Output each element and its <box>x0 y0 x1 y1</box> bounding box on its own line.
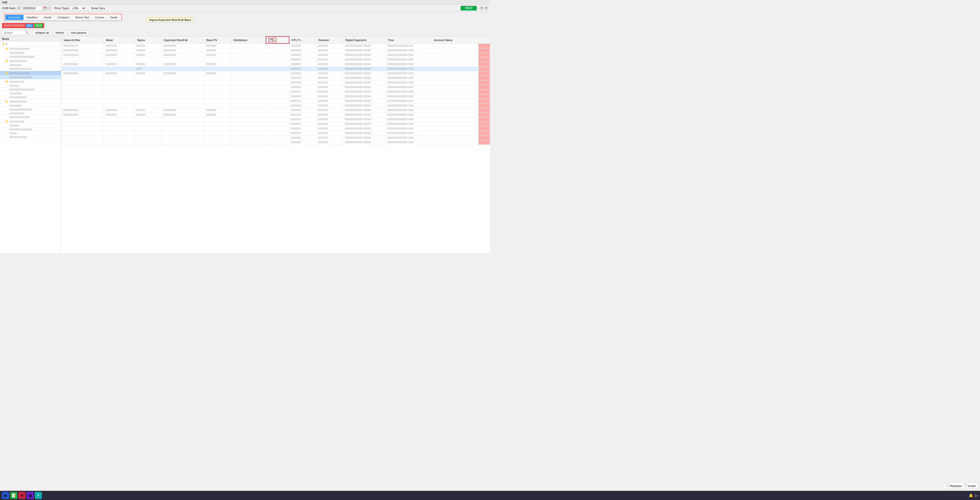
tab-summary[interactable]: Summary <box>5 15 24 20</box>
calendar-icon[interactable]: 📅 <box>43 6 47 10</box>
cell-var <box>62 121 104 126</box>
tree-item-4c[interactable] <box>0 92 61 96</box>
table-row[interactable] <box>62 80 490 85</box>
tree-item-2b[interactable] <box>0 67 61 71</box>
table-row[interactable] <box>62 112 490 117</box>
cell-end <box>478 71 490 75</box>
cell-esf <box>162 71 204 75</box>
cob-date-radio2[interactable]: ○ <box>48 6 51 10</box>
cell-time <box>386 62 432 66</box>
settings-icon[interactable]: ⚙ <box>480 6 484 10</box>
cell-esf <box>162 53 204 57</box>
tree-item-6a[interactable] <box>0 124 61 128</box>
tab-curves[interactable]: Curves <box>92 15 107 20</box>
tree-item-1b[interactable] <box>0 55 61 59</box>
cell-acct <box>432 126 479 131</box>
table-row[interactable] <box>62 75 490 80</box>
cell-mean <box>104 135 135 140</box>
cell-sigma <box>135 66 162 71</box>
refresh-button[interactable]: refresh <box>53 30 66 35</box>
cell-var <box>62 103 104 108</box>
table-row[interactable] <box>62 71 490 75</box>
col-header-var: Value At Risk <box>62 37 104 43</box>
table-row[interactable] <box>62 66 490 71</box>
cob-date-radio[interactable]: ● <box>17 6 21 10</box>
table-row[interactable] <box>62 140 490 145</box>
tab-sandbox[interactable]: Sandbox <box>24 15 41 20</box>
cell-cpu <box>289 89 316 94</box>
table-row[interactable] <box>62 99 490 103</box>
collapse-all-button[interactable]: collapse all <box>33 30 51 35</box>
table-row[interactable] <box>62 89 490 94</box>
table-row[interactable] <box>62 121 490 126</box>
tab-deals[interactable]: Deals <box>107 15 121 20</box>
tree-label-blur-4 <box>9 81 24 83</box>
cell-acct <box>432 103 479 108</box>
search-container[interactable]: 🔍 <box>2 30 30 35</box>
tree-item-2a[interactable] <box>0 63 61 67</box>
tree-item-3[interactable]: 📁 <box>0 71 61 75</box>
settings-icons-group: ⚙ ✕ <box>480 6 488 10</box>
tree-item-1a[interactable] <box>0 51 61 55</box>
cell-acct <box>432 48 479 53</box>
tree-item-5b[interactable] <box>0 108 61 112</box>
tree-item-3a[interactable] <box>0 75 61 80</box>
table-row[interactable] <box>62 48 490 53</box>
cell-acct <box>432 117 479 121</box>
tree-item-4a[interactable] <box>0 84 61 88</box>
tree-item-6b[interactable] <box>0 128 61 131</box>
table-row[interactable] <box>62 57 490 62</box>
smart-sync-button[interactable]: Smart Sync <box>89 6 108 10</box>
cell-var <box>62 99 104 103</box>
cell-rev <box>316 94 343 99</box>
tree-item-4b[interactable] <box>0 88 61 92</box>
tree-item-6d[interactable] <box>0 135 61 139</box>
cob-date-input[interactable] <box>22 6 42 10</box>
tree-item-5a[interactable] <box>0 104 61 108</box>
tree-item-1[interactable]: 📁 <box>0 46 61 51</box>
table-row[interactable] <box>62 103 490 108</box>
table-row[interactable] <box>62 94 490 99</box>
cell-rev <box>316 71 343 75</box>
tree-item-4d[interactable] <box>0 96 61 99</box>
table-row[interactable] <box>62 108 490 112</box>
table-row[interactable] <box>62 43 490 48</box>
tree-item-5d[interactable] <box>0 115 61 119</box>
table-row[interactable] <box>62 131 490 135</box>
tree-item-root[interactable]: 📁 / <box>0 42 61 46</box>
search-input[interactable] <box>4 31 24 34</box>
cell-time <box>386 89 432 94</box>
table-row[interactable] <box>62 62 490 66</box>
table-row[interactable] <box>62 53 490 57</box>
tree-item-4[interactable]: 📁 <box>0 80 61 84</box>
tree-item-6[interactable]: 📁 <box>0 119 61 124</box>
tab-compare[interactable]: Compare <box>54 15 72 20</box>
cell-mean <box>104 103 135 108</box>
col-header-rev: Revision <box>316 37 343 43</box>
tab-greek[interactable]: Greek <box>41 15 55 20</box>
search-icon[interactable]: 🔍 <box>25 31 29 34</box>
cell-pnl <box>266 75 289 80</box>
tree-item-5c[interactable] <box>0 112 61 115</box>
mod-params-button[interactable]: mod params <box>68 30 89 35</box>
cell-var <box>62 53 104 57</box>
folder-icon-5: 📁 <box>5 100 8 103</box>
tree-item-6c[interactable] <box>0 131 61 135</box>
cell-esf <box>162 80 204 85</box>
tree-item-5[interactable]: 📁 <box>0 99 61 104</box>
cell-cpu <box>289 48 316 53</box>
table-row[interactable] <box>62 85 490 89</box>
close-icon[interactable]: ✕ <box>484 6 488 10</box>
pnl-button[interactable]: PNL <box>268 38 276 42</box>
price-type-select[interactable]: LDN NYC TKO <box>70 6 86 10</box>
test-button[interactable]: TEST <box>461 6 477 10</box>
col-header-pnl[interactable]: PNL <box>266 37 289 43</box>
filter-badge[interactable]: 基础套保/预套套保 99% 200天 <box>2 23 44 28</box>
table-row[interactable] <box>62 117 490 121</box>
tree-item-2[interactable]: 📁 <box>0 59 61 63</box>
table-row[interactable] <box>62 126 490 131</box>
cell-pnl <box>266 43 289 48</box>
tab-stress-test[interactable]: Stress Test <box>72 15 92 20</box>
table-row[interactable] <box>62 135 490 140</box>
cell-acct <box>432 57 479 62</box>
